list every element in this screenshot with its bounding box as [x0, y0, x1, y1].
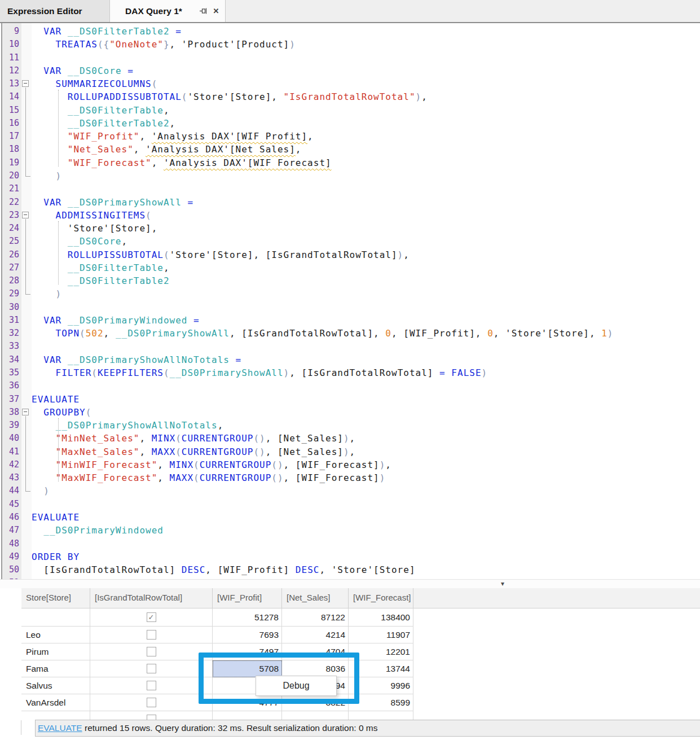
cell-wif-forecast[interactable]: 9996 [349, 677, 413, 694]
code-line-10[interactable]: TREATAS({"OneNote"}, 'Product'[Product]) [32, 38, 296, 51]
code-token [61, 65, 68, 76]
code-line-31[interactable]: VAR __DS0PrimaryWindowed = [32, 314, 200, 327]
code-line-12[interactable]: VAR __DS0Core = [32, 64, 134, 77]
cell-store[interactable]: Salvus [21, 677, 90, 694]
cell-is-grand-total[interactable] [90, 660, 213, 677]
code-line-50[interactable]: [IsGrandTotalRowTotal] DESC, [WIF_Profit… [32, 563, 416, 576]
code-line-27[interactable]: __DS0FilterTable, [32, 261, 170, 274]
cell-wif-profit[interactable] [213, 711, 282, 720]
code-token [32, 472, 56, 483]
cell-net-sales[interactable]: 8036 [282, 660, 349, 677]
code-token: __DS0Core [68, 65, 122, 76]
row-filler [413, 677, 700, 694]
cell-store[interactable]: VanArsdel [21, 694, 90, 711]
cell-store[interactable]: Pirum [21, 643, 90, 660]
column-header[interactable]: Store[Store] [21, 588, 90, 608]
cell-is-grand-total[interactable] [90, 694, 213, 711]
close-icon[interactable]: ✕ [212, 7, 221, 16]
code-token: ({ [98, 39, 109, 50]
code-token: __DS0PrimaryShowAll [116, 328, 230, 339]
cell-is-grand-total[interactable]: ✓ [90, 608, 213, 627]
fold-collapse-marker[interactable] [22, 409, 29, 415]
code-line-17[interactable]: "WIF_Profit", 'Analysis DAX'[WIF Profit]… [32, 130, 314, 143]
code-token [187, 315, 193, 326]
cell-is-grand-total[interactable] [90, 627, 213, 643]
cell-store[interactable] [21, 711, 90, 720]
cell-store[interactable]: Leo [21, 627, 90, 643]
fold-collapse-marker[interactable] [22, 80, 29, 87]
code-line-37[interactable]: EVALUATE [32, 393, 80, 406]
code-line-39[interactable]: __DS0PrimaryShowAllNoTotals, [32, 419, 223, 432]
table-row: Salvus949996 [21, 677, 700, 694]
code-line-14[interactable]: ROLLUPADDISSUBTOTAL('Store'[Store], "IsG… [32, 90, 428, 103]
cell-wif-profit[interactable]: 51278 [213, 608, 282, 627]
cell-store[interactable] [21, 608, 90, 627]
code-line-13[interactable]: SUMMARIZECOLUMNS( [32, 77, 157, 90]
dax-code-editor[interactable]: 9101112131415161718192021222324252627282… [0, 23, 700, 579]
tab-dax-query-1[interactable]: DAX Query 1* ✕ [110, 0, 226, 22]
code-line-40[interactable]: "MinNet_Sales", MINX(CURRENTGROUP(), [Ne… [32, 432, 355, 445]
code-line-16[interactable]: __DS0FilterTable2, [32, 117, 175, 130]
code-line-49[interactable]: ORDER BY [32, 550, 80, 563]
line-number: 28 [2, 274, 19, 287]
cell-wif-profit-selected[interactable]: 5708 [213, 660, 282, 677]
column-header[interactable]: [WIF_Forecast] [349, 588, 413, 608]
code-line-20[interactable]: ) [32, 169, 61, 182]
code-token: __DS0PrimaryWindowed [68, 315, 188, 326]
code-line-9[interactable]: VAR __DS0FilterTable2 = [32, 25, 182, 38]
cell-is-grand-total[interactable] [90, 711, 213, 720]
cell-net-sales[interactable]: 4704 [282, 643, 349, 660]
fold-collapse-marker[interactable] [22, 212, 29, 218]
collapse-results-arrow-icon[interactable]: ▾ [501, 580, 504, 588]
cell-is-grand-total[interactable] [90, 643, 213, 660]
tab-expression-editor[interactable]: Expression Editor [0, 0, 110, 22]
cell-wif-forecast[interactable]: 138400 [349, 608, 413, 627]
code-line-46[interactable]: EVALUATE [32, 511, 80, 524]
editor-results-splitter[interactable]: ▾ [0, 579, 700, 588]
code-line-35[interactable]: FILTER(KEEPFILTERS(__DS0PrimaryShowAll),… [32, 366, 487, 379]
code-line-28[interactable]: __DS0FilterTable2 [32, 274, 170, 287]
code-line-23[interactable]: ADDMISSINGITEMS( [32, 209, 152, 222]
code-line-26[interactable]: ROLLUPISSUBTOTAL('Store'[Store], [IsGran… [32, 248, 410, 261]
code-token: ) [482, 367, 488, 378]
code-line-25[interactable]: __DS0Core, [32, 235, 127, 248]
tab-bar: Expression Editor DAX Query 1* ✕ [0, 0, 700, 23]
column-header[interactable]: [IsGrandTotalRowTotal] [90, 588, 213, 608]
column-header[interactable]: [WIF_Profit] [213, 588, 282, 608]
code-line-15[interactable]: __DS0FilterTable, [32, 104, 170, 117]
cell-store[interactable]: Fama [21, 660, 90, 677]
evaluate-link[interactable]: EVALUATE [38, 723, 82, 733]
code-line-34[interactable]: VAR __DS0PrimaryShowAllNoTotals = [32, 353, 241, 366]
cell-wif-profit[interactable]: 4777 [213, 694, 282, 711]
cell-wif-forecast[interactable]: 11907 [349, 627, 413, 643]
cell-wif-forecast[interactable]: 13744 [349, 660, 413, 677]
code-token [32, 315, 43, 326]
code-line-47[interactable]: __DS0PrimaryWindowed [32, 524, 164, 537]
code-token: , [104, 328, 116, 339]
cell-net-sales[interactable]: 87122 [282, 608, 349, 627]
code-token: "WIF_Profit" [68, 131, 140, 142]
cell-wif-forecast[interactable] [349, 711, 413, 720]
code-line-18[interactable]: "Net_Sales", 'Analysis DAX'[Net Sales], [32, 143, 302, 156]
code-line-38[interactable]: GROUPBY( [32, 406, 91, 419]
code-line-22[interactable]: VAR __DS0PrimaryShowAll = [32, 196, 193, 209]
cell-net-sales[interactable]: 4214 [282, 627, 349, 643]
code-line-29[interactable]: ) [32, 287, 61, 300]
code-line-42[interactable]: "MinWIF_Forecast", MINX(CURRENTGROUP(), … [32, 458, 391, 471]
cell-net-sales[interactable]: 3822 [282, 694, 349, 711]
code-line-24[interactable]: 'Store'[Store], [32, 222, 157, 235]
column-header[interactable]: [Net_Sales] [282, 588, 349, 608]
code-line-44[interactable]: ) [32, 484, 50, 497]
pin-icon[interactable] [199, 7, 208, 16]
cell-wif-profit[interactable]: 7693 [213, 627, 282, 643]
cell-net-sales[interactable] [282, 711, 349, 720]
code-line-19[interactable]: "WIF_Forecast", 'Analysis DAX'[WIF Forec… [32, 156, 332, 169]
cell-is-grand-total[interactable] [90, 677, 213, 694]
menu-item-debug[interactable]: Debug [283, 681, 309, 691]
code-line-32[interactable]: TOPN(502, __DS0PrimaryShowAll, [IsGrandT… [32, 327, 613, 340]
cell-wif-forecast[interactable]: 8599 [349, 694, 413, 711]
cell-wif-profit[interactable]: 7497 [213, 643, 282, 660]
code-line-43[interactable]: "MaxWIF_Forecast", MAXX(CURRENTGROUP(), … [32, 471, 385, 484]
code-line-41[interactable]: "MaxNet_Sales", MAXX(CURRENTGROUP(), [Ne… [32, 445, 355, 458]
cell-wif-forecast[interactable]: 12201 [349, 643, 413, 660]
